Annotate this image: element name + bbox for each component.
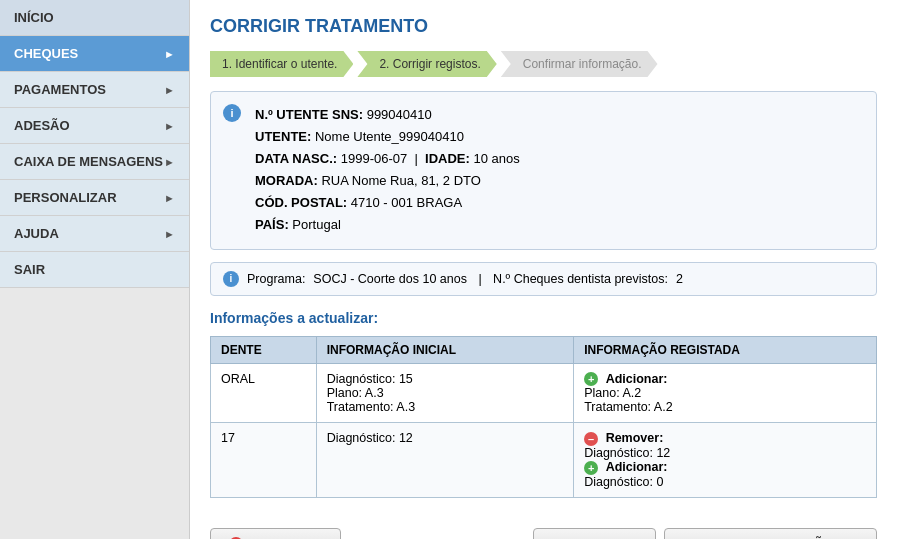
- sidebar-item-cheques[interactable]: CHEQUES ►: [0, 36, 189, 72]
- wizard-step-1-label: 1. Identificar o utente.: [222, 57, 337, 71]
- add-label: Adicionar:: [606, 372, 668, 386]
- main-content: CORRIGIR TRATAMENTO 1. Identificar o ute…: [190, 0, 897, 539]
- patient-n-utente: N.º UTENTE SNS: 999040410: [255, 104, 860, 126]
- col-registada: INFORMAÇÃO REGISTADA: [574, 336, 877, 363]
- n-utente-value: 999040410: [367, 107, 432, 122]
- morada-value: RUA Nome Rua, 81, 2 DTO: [321, 173, 480, 188]
- wizard-steps: 1. Identificar o utente. 2. Corrigir reg…: [210, 51, 877, 77]
- table-row: 17 Diagnóstico: 12 – Remover: Diagnóstic…: [211, 423, 877, 497]
- wizard-step-3-label: Confirmar informação.: [523, 57, 642, 71]
- info-icon: i: [223, 104, 241, 122]
- cheques-label: N.º Cheques dentista previstos:: [493, 272, 668, 286]
- utente-label: UTENTE:: [255, 129, 311, 144]
- separator: |: [475, 272, 485, 286]
- col-inicial: INFORMAÇÃO INICIAL: [316, 336, 574, 363]
- chevron-right-icon: ►: [164, 48, 175, 60]
- wizard-step-1[interactable]: 1. Identificar o utente.: [210, 51, 353, 77]
- sidebar: INÍCIO CHEQUES ► PAGAMENTOS ► ADESÃO ► C…: [0, 0, 190, 539]
- morada-label: MORADA:: [255, 173, 318, 188]
- cheques-value: 2: [676, 272, 683, 286]
- section-heading: Informações a actualizar:: [210, 310, 877, 326]
- n-utente-label: N.º UTENTE SNS:: [255, 107, 363, 122]
- add-icon: +: [584, 372, 598, 386]
- info-table: DENTE INFORMAÇÃO INICIAL INFORMAÇÃO REGI…: [210, 336, 877, 498]
- remove-icon: –: [584, 432, 598, 446]
- program-info-icon: i: [223, 271, 239, 287]
- inicial-oral: Diagnóstico: 15 Plano: A.3 Tratamento: A…: [316, 363, 574, 423]
- sidebar-item-caixa-mensagens[interactable]: CAIXA DE MENSAGENS ►: [0, 144, 189, 180]
- sidebar-item-inicio[interactable]: INÍCIO: [0, 0, 189, 36]
- pais-label: PAÍS:: [255, 217, 289, 232]
- table-row: ORAL Diagnóstico: 15 Plano: A.3 Tratamen…: [211, 363, 877, 423]
- program-bar: i Programa: SOCJ - Coorte dos 10 anos | …: [210, 262, 877, 296]
- chevron-right-icon: ►: [164, 156, 175, 168]
- dente-17: 17: [211, 423, 317, 497]
- chevron-right-icon: ►: [164, 228, 175, 240]
- sidebar-item-label: CAIXA DE MENSAGENS: [14, 154, 163, 169]
- utente-value: Nome Utente_999040410: [315, 129, 464, 144]
- footer-buttons: ✕ CANCELAR ◀ ANTERIOR REGISTAR ALTERAÇÕE…: [210, 518, 877, 539]
- sidebar-item-label: PERSONALIZAR: [14, 190, 117, 205]
- chevron-right-icon: ►: [164, 120, 175, 132]
- sidebar-item-personalizar[interactable]: PERSONALIZAR ►: [0, 180, 189, 216]
- sidebar-item-label: INÍCIO: [14, 10, 54, 25]
- patient-dob: DATA NASC.: 1999-06-07 | IDADE: 10 anos: [255, 148, 860, 170]
- dob-value: 1999-06-07: [341, 151, 408, 166]
- pais-value: Portugal: [292, 217, 340, 232]
- codpostal-value: 4710 - 001 BRAGA: [351, 195, 462, 210]
- age-label: IDADE:: [425, 151, 470, 166]
- right-button-group: ◀ ANTERIOR REGISTAR ALTERAÇÕES ▶: [533, 528, 877, 539]
- dente-oral: ORAL: [211, 363, 317, 423]
- registar-button[interactable]: REGISTAR ALTERAÇÕES ▶: [664, 528, 877, 539]
- programa-value: SOCJ - Coorte dos 10 anos: [313, 272, 467, 286]
- sidebar-item-label: PAGAMENTOS: [14, 82, 106, 97]
- programa-label: Programa:: [247, 272, 305, 286]
- sidebar-item-adesao[interactable]: ADESÃO ►: [0, 108, 189, 144]
- inicial-17: Diagnóstico: 12: [316, 423, 574, 497]
- registada-17: – Remover: Diagnóstico: 12 + Adicionar: …: [574, 423, 877, 497]
- anterior-button[interactable]: ◀ ANTERIOR: [533, 528, 656, 539]
- patient-info-content: N.º UTENTE SNS: 999040410 UTENTE: Nome U…: [255, 104, 860, 237]
- add-icon: +: [584, 461, 598, 475]
- add-label-2: Adicionar:: [606, 460, 668, 474]
- patient-utente: UTENTE: Nome Utente_999040410: [255, 126, 860, 148]
- wizard-step-2[interactable]: 2. Corrigir registos.: [357, 51, 496, 77]
- sidebar-item-ajuda[interactable]: AJUDA ►: [0, 216, 189, 252]
- remove-label: Remover:: [606, 431, 664, 445]
- dob-label: DATA NASC.:: [255, 151, 337, 166]
- chevron-right-icon: ►: [164, 84, 175, 96]
- patient-morada: MORADA: RUA Nome Rua, 81, 2 DTO: [255, 170, 860, 192]
- sidebar-item-sair[interactable]: SAIR: [0, 252, 189, 288]
- page-title: CORRIGIR TRATAMENTO: [210, 16, 877, 37]
- patient-info-box: i N.º UTENTE SNS: 999040410 UTENTE: Nome…: [210, 91, 877, 250]
- sidebar-item-label: AJUDA: [14, 226, 59, 241]
- patient-codpostal: CÓD. POSTAL: 4710 - 001 BRAGA: [255, 192, 860, 214]
- sidebar-item-label: ADESÃO: [14, 118, 70, 133]
- codpostal-label: CÓD. POSTAL:: [255, 195, 347, 210]
- sidebar-item-label: SAIR: [14, 262, 45, 277]
- wizard-step-2-label: 2. Corrigir registos.: [379, 57, 480, 71]
- col-dente: DENTE: [211, 336, 317, 363]
- age-value: 10 anos: [473, 151, 519, 166]
- patient-pais: PAÍS: Portugal: [255, 214, 860, 236]
- registada-oral: + Adicionar: Plano: A.2 Tratamento: A.2: [574, 363, 877, 423]
- wizard-step-3[interactable]: Confirmar informação.: [501, 51, 658, 77]
- chevron-right-icon: ►: [164, 192, 175, 204]
- sidebar-item-label: CHEQUES: [14, 46, 78, 61]
- sidebar-item-pagamentos[interactable]: PAGAMENTOS ►: [0, 72, 189, 108]
- cancelar-button[interactable]: ✕ CANCELAR: [210, 528, 341, 539]
